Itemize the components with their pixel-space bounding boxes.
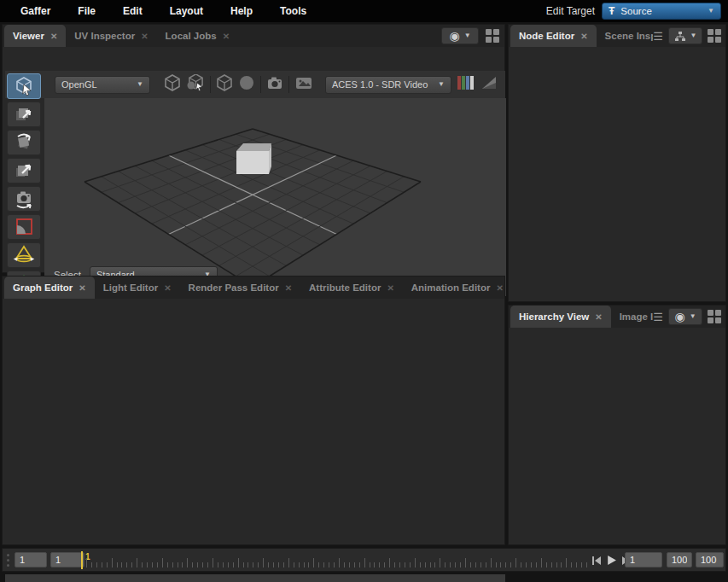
tab-render-pass-editor[interactable]: Render Pass Editor ✕ — [180, 276, 300, 299]
close-icon[interactable]: ✕ — [595, 312, 602, 322]
layout-menu-icon[interactable] — [486, 29, 499, 43]
selection-mode-icon[interactable] — [186, 74, 205, 95]
caret-down-icon: ▼ — [690, 313, 696, 320]
caret-down-icon: ▼ — [137, 81, 143, 88]
exposure-gamma-icon[interactable] — [480, 75, 498, 94]
crop-window-tool-button[interactable] — [7, 214, 41, 240]
editor-focus-menu-button[interactable]: ◉ ▼ — [668, 308, 702, 325]
renderer-dropdown[interactable]: OpenGL ▼ — [55, 76, 150, 94]
timeline-current-field[interactable] — [50, 552, 84, 567]
frame-ruler[interactable] — [86, 551, 591, 570]
tab-graph-editor-label: Graph Editor — [13, 282, 73, 293]
editor-focus-menu-button[interactable]: ◉ ▼ — [441, 27, 479, 44]
close-icon[interactable]: ✕ — [496, 283, 503, 293]
edit-target-dropdown[interactable]: Ŧ Source ▼ — [602, 3, 721, 20]
renderer-value: OpenGL — [61, 79, 97, 90]
tab-attribute-editor[interactable]: Attribute Editor ✕ — [300, 276, 403, 299]
tab-image-inspector[interactable]: Image Inspe — [611, 306, 654, 328]
menu-layout[interactable]: Layout — [156, 5, 217, 17]
camera-tool-button[interactable] — [7, 186, 41, 212]
menu-bar: Gaffer File Edit Layout Help Tools Edit … — [0, 0, 728, 22]
select-tool-button[interactable] — [7, 73, 41, 99]
graph-editor-panel: Graph Editor ✕ Light Editor ✕ Render Pas… — [2, 276, 505, 545]
rotate-tool-button[interactable] — [7, 130, 41, 155]
close-icon[interactable]: ✕ — [223, 32, 230, 41]
timeline-start-field[interactable] — [15, 552, 47, 567]
skip-to-start-button[interactable] — [591, 554, 602, 569]
light-tool-button[interactable] — [7, 242, 41, 268]
tab-uv-inspector[interactable]: UV Inspector ✕ — [66, 25, 156, 47]
scene-view-icon[interactable] — [294, 74, 313, 95]
tab-viewer[interactable]: Viewer ✕ — [4, 25, 66, 47]
target-icon: ◉ — [674, 311, 684, 323]
target-icon: ◉ — [449, 30, 459, 42]
playhead[interactable] — [81, 551, 83, 569]
edit-target-label: Edit Target — [546, 5, 595, 17]
tab-node-editor[interactable]: Node Editor ✕ — [510, 25, 597, 47]
tab-overflow-menu-icon[interactable]: ☰ — [653, 31, 663, 42]
tab-light-editor[interactable]: Light Editor ✕ — [95, 276, 180, 299]
camera-icon[interactable] — [266, 74, 283, 95]
tab-image-inspector-label: Image Inspe — [620, 311, 654, 322]
drawing-mode-cube-icon[interactable] — [216, 74, 233, 95]
close-icon[interactable]: ✕ — [50, 32, 57, 41]
tab-attribute-editor-label: Attribute Editor — [309, 282, 381, 293]
shading-mode-sphere-icon[interactable] — [238, 74, 255, 95]
tab-uv-inspector-label: UV Inspector — [74, 31, 135, 41]
display-transform-value: ACES 1.0 - SDR Video — [332, 79, 428, 90]
close-icon[interactable]: ✕ — [164, 283, 171, 293]
expansion-cube-icon[interactable] — [164, 74, 181, 95]
tab-local-jobs[interactable]: Local Jobs ✕ — [157, 25, 238, 47]
editor-follow-menu-button[interactable]: ▼ — [668, 27, 702, 44]
tab-graph-editor[interactable]: Graph Editor ✕ — [4, 276, 95, 299]
layout-menu-icon[interactable] — [708, 310, 721, 323]
node-editor-panel: Node Editor ✕ Scene Inspecto ☰ ▼ Node Na… — [508, 24, 726, 302]
play-button[interactable] — [606, 554, 617, 569]
graph-tabbar: Graph Editor ✕ Light Editor ✕ Render Pas… — [3, 276, 504, 299]
tab-viewer-label: Viewer — [13, 31, 44, 41]
tab-scene-inspector-label: Scene Inspecto — [605, 31, 654, 41]
tab-node-editor-label: Node Editor — [519, 31, 574, 41]
close-icon[interactable]: ✕ — [79, 283, 85, 293]
translate-tool-button[interactable] — [7, 102, 41, 127]
caret-down-icon: ▼ — [708, 8, 714, 15]
tab-animation-editor-label: Animation Editor — [411, 282, 491, 293]
timeline-loop-end-field[interactable] — [696, 552, 724, 567]
tab-scene-inspector[interactable]: Scene Inspecto — [597, 25, 654, 47]
close-icon[interactable]: ✕ — [580, 32, 587, 41]
layout-menu-icon[interactable] — [708, 29, 721, 43]
menu-help[interactable]: Help — [217, 5, 266, 17]
tab-local-jobs-label: Local Jobs — [166, 31, 217, 41]
viewer-tool-column — [7, 73, 43, 296]
close-icon[interactable]: ✕ — [285, 283, 292, 293]
menu-gaffer[interactable]: Gaffer — [7, 5, 64, 17]
tab-overflow-menu-icon[interactable]: ☰ — [653, 311, 663, 323]
tab-animation-editor[interactable]: Animation Editor ✕ — [403, 276, 512, 299]
timeline-current-right-field[interactable] — [625, 552, 662, 567]
node-tree-icon — [674, 31, 686, 42]
viewer-panel: Viewer ✕ UV Inspector ✕ Local Jobs ✕ ◉ ▼ — [2, 24, 505, 273]
menu-edit[interactable]: Edit — [109, 5, 156, 17]
menu-file[interactable]: File — [64, 5, 109, 17]
close-icon[interactable]: ✕ — [141, 32, 148, 41]
timeline-bar: 1 — [2, 548, 726, 572]
edit-target-value: Source — [620, 6, 651, 16]
menu-tools[interactable]: Tools — [266, 5, 320, 17]
timeline-end-field[interactable] — [667, 552, 692, 567]
tab-render-pass-editor-label: Render Pass Editor — [189, 282, 279, 293]
hierarchy-view-panel: Hierarchy View ✕ Image Inspe ☰ ◉ ▼ ★ — [508, 305, 726, 545]
display-transform-dropdown[interactable]: ACES 1.0 - SDR Video ▼ — [325, 76, 451, 94]
scale-tool-button[interactable] — [7, 158, 41, 183]
channels-rgb-icon[interactable] — [457, 75, 475, 94]
tab-light-editor-label: Light Editor — [103, 282, 159, 293]
tab-hierarchy-view-label: Hierarchy View — [519, 311, 589, 322]
viewer-tabbar: Viewer ✕ UV Inspector ✕ Local Jobs ✕ ◉ ▼ — [3, 25, 504, 47]
caret-down-icon: ▼ — [690, 32, 697, 39]
pin-icon: Ŧ — [609, 5, 614, 17]
caret-down-icon: ▼ — [438, 81, 445, 88]
tab-hierarchy-view[interactable]: Hierarchy View ✕ — [510, 306, 611, 328]
graph-canvas[interactable]: e Cube — [5, 574, 505, 582]
close-icon[interactable]: ✕ — [387, 283, 393, 293]
node-editor-tabbar: Node Editor ✕ Scene Inspecto ☰ ▼ — [509, 25, 725, 47]
timeline-grip[interactable] — [7, 554, 9, 567]
